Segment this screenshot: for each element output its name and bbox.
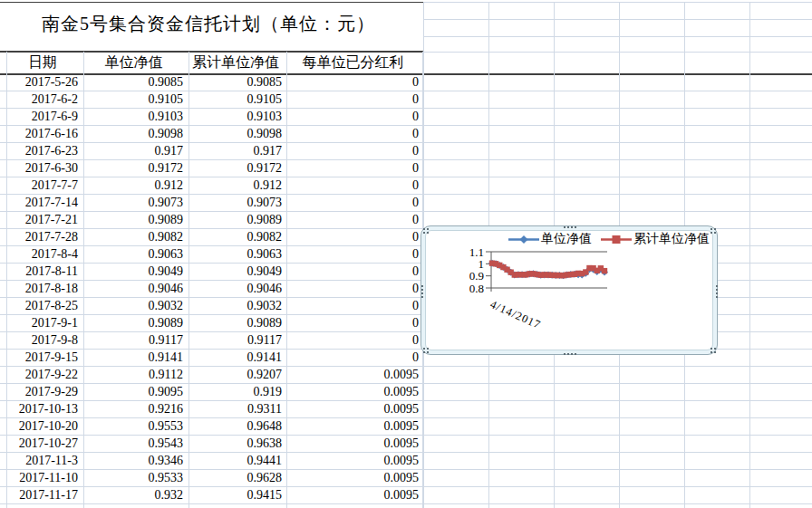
cell[interactable]: 0.9085 [189, 74, 287, 91]
cell[interactable]: 0 [287, 143, 423, 159]
chart-resize-handle[interactable] [575, 226, 576, 228]
cell[interactable] [0, 281, 7, 297]
cell[interactable]: 0.0095 [287, 453, 423, 469]
chart-resize-handle[interactable] [427, 232, 429, 234]
cell[interactable]: 2017-8-4 [7, 246, 84, 263]
cell[interactable]: 0.0095 [287, 384, 423, 400]
chart-resize-handle[interactable] [714, 348, 716, 350]
cell[interactable] [0, 350, 7, 366]
cell[interactable]: 0.9089 [84, 212, 189, 228]
cell[interactable]: 0.9172 [84, 160, 189, 177]
cell[interactable]: 0.932 [84, 487, 189, 503]
cell[interactable]: 2017-11-17 [7, 487, 84, 503]
chart-resize-handle[interactable] [716, 292, 718, 294]
cell[interactable]: 2017-8-18 [7, 281, 84, 297]
cell[interactable]: 0.9095 [84, 384, 189, 400]
chart-resize-handle[interactable] [427, 351, 429, 353]
cell[interactable]: 0.9543 [84, 436, 189, 452]
cell[interactable]: 2017-10-27 [7, 436, 84, 452]
sheet-title[interactable]: 南金5号集合资金信托计划（单位：元） [0, 11, 417, 36]
cell[interactable] [0, 487, 7, 503]
cell[interactable]: 0.917 [84, 143, 189, 159]
chart-resize-handle[interactable] [710, 228, 712, 230]
chart-resize-handle[interactable] [421, 292, 423, 294]
cell[interactable]: 0.9533 [84, 470, 189, 486]
cell[interactable]: 0 [287, 177, 423, 194]
cell[interactable]: 2017-9-8 [7, 332, 84, 349]
cell[interactable]: 0 [287, 350, 423, 366]
cell[interactable] [0, 470, 7, 486]
chart-resize-handle[interactable] [714, 351, 716, 353]
cell[interactable]: 0.9311 [189, 401, 287, 417]
cell[interactable]: 0 [287, 246, 423, 263]
cell[interactable]: 0.9141 [84, 350, 189, 366]
chart-resize-handle[interactable] [423, 232, 425, 234]
chart-resize-handle[interactable] [564, 353, 566, 355]
cell[interactable] [0, 367, 7, 383]
cell[interactable] [0, 384, 7, 400]
cell[interactable]: 0.9105 [84, 91, 189, 108]
cell[interactable]: 2017-8-11 [7, 264, 84, 280]
cell[interactable]: 0.9117 [189, 332, 287, 349]
cell[interactable]: 2017-10-20 [7, 418, 84, 435]
cell[interactable]: 0.9103 [84, 109, 189, 125]
chart-resize-handle[interactable] [421, 296, 423, 298]
cell[interactable] [0, 418, 7, 435]
header-gutter-cell[interactable] [0, 52, 7, 74]
cell[interactable]: 0 [287, 126, 423, 142]
cell[interactable]: 0 [287, 315, 423, 331]
cell[interactable]: 0.9046 [84, 281, 189, 297]
cell[interactable]: 0.9141 [189, 350, 287, 366]
header-cell-cumulative-nav[interactable]: 累计单位净值 [189, 52, 287, 74]
cell[interactable]: 2017-10-13 [7, 401, 84, 417]
chart-resize-handle[interactable] [421, 285, 423, 287]
cell[interactable] [0, 504, 7, 508]
cell[interactable]: 0.9638 [189, 436, 287, 452]
cell[interactable]: 0 [287, 91, 423, 108]
chart-resize-handle[interactable] [710, 232, 712, 234]
chart-resize-handle[interactable] [423, 228, 425, 230]
cell[interactable]: 0.0095 [287, 436, 423, 452]
cell[interactable] [0, 160, 7, 177]
cell[interactable]: 0.9089 [189, 315, 287, 331]
cell[interactable]: 0.0095 [287, 367, 423, 383]
cell[interactable]: 0.9032 [189, 298, 287, 314]
cell[interactable] [0, 264, 7, 280]
cell[interactable] [0, 436, 7, 452]
cell[interactable] [0, 315, 7, 331]
legend-item-unit-nav[interactable]: 单位净值 [508, 232, 592, 246]
cell[interactable]: 0.9073 [84, 195, 189, 211]
cell[interactable]: 0.9415 [189, 487, 287, 503]
cell[interactable]: 0 [287, 264, 423, 280]
cell[interactable] [0, 212, 7, 228]
chart-resize-handle[interactable] [423, 351, 425, 353]
cell[interactable]: 2017-5-26 [7, 74, 84, 91]
header-cell-date[interactable]: 日期 [7, 52, 84, 74]
cell[interactable]: 2017-6-9 [7, 109, 84, 125]
cell[interactable]: 0.0095 [287, 401, 423, 417]
cell[interactable]: 0 [287, 298, 423, 314]
cell[interactable]: 0 [287, 212, 423, 228]
cell[interactable]: 0.9049 [84, 264, 189, 280]
cell[interactable] [0, 177, 7, 194]
chart-resize-handle[interactable] [716, 289, 718, 291]
cell[interactable]: 0.9098 [84, 126, 189, 142]
cell[interactable]: 2017-9-1 [7, 315, 84, 331]
cell[interactable]: 0.919 [189, 384, 287, 400]
chart-resize-handle[interactable] [710, 351, 712, 353]
cell[interactable] [0, 91, 7, 108]
cell[interactable]: 0.917 [189, 143, 287, 159]
chart-resize-handle[interactable] [571, 226, 573, 228]
cell[interactable]: 2017-7-21 [7, 212, 84, 228]
cell[interactable]: 0.9046 [189, 281, 287, 297]
cell[interactable]: 2017-9-22 [7, 367, 84, 383]
chart-resize-handle[interactable] [567, 226, 569, 228]
chart-resize-handle[interactable] [567, 353, 569, 355]
cell[interactable]: 0.9648 [189, 418, 287, 435]
cell[interactable]: 0 [287, 195, 423, 211]
cell[interactable]: 0 [287, 160, 423, 177]
cell[interactable]: 0.9207 [189, 367, 287, 383]
cell[interactable] [189, 504, 287, 508]
cell[interactable]: 0.9105 [189, 91, 287, 108]
cell[interactable] [0, 229, 7, 245]
